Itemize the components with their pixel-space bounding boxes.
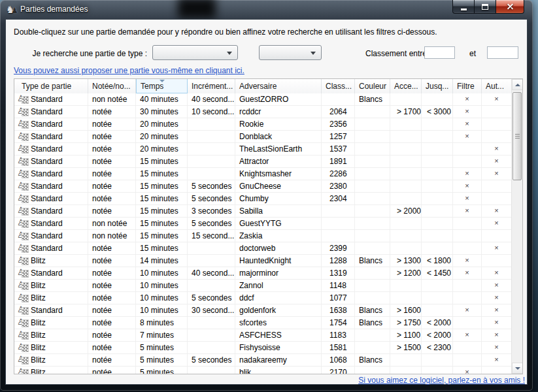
table-row[interactable]: ♙Blitznotée5 minutesblik2170× (14, 367, 522, 374)
cell-rated: notée (88, 280, 136, 292)
table-row[interactable]: ♙Standardnotée30 minutes10 second...rcdd… (14, 106, 522, 118)
column-header-type[interactable]: Type de partie (14, 79, 88, 93)
cell-increment: 5 secondes (188, 193, 235, 205)
cell-accept-from (390, 354, 422, 367)
cell-type: ♙Standard (14, 193, 88, 205)
rating-max-input[interactable] (487, 46, 518, 59)
cell-filter: × (453, 267, 482, 280)
column-header-rated[interactable]: Notée/no... (88, 79, 136, 93)
column-header-auto[interactable]: Aut... (482, 79, 512, 93)
cell-type: ♙Standard (14, 205, 88, 218)
cell-rated: notée (88, 342, 136, 354)
table-row[interactable]: ♙Standardnotée15 minutesKnightsmasher228… (14, 168, 522, 180)
game-type-text: Standard (31, 219, 63, 228)
share-link[interactable]: Si vous aimez ce logiciel, parlez-en à v… (358, 376, 525, 385)
table-row[interactable]: ♙Standardnotée10 minutes40 second...majo… (14, 267, 522, 280)
cell-color (355, 168, 390, 180)
table-row[interactable]: ♙Standardnotée20 minutesTheLastSionEarth… (14, 143, 522, 155)
chess-pawn-icon: ♙ (17, 293, 29, 303)
cell-rated: notée (88, 317, 136, 329)
table-row[interactable]: ♙Standardnotée15 minutes3 secondesSabill… (14, 205, 522, 218)
cell-type: ♙Blitz (14, 255, 88, 267)
cell-rating: 1257 (322, 131, 355, 143)
cell-rating: 1319 (322, 267, 355, 280)
column-header-accept-from[interactable]: Acce... (390, 79, 422, 93)
cell-auto: × (482, 292, 512, 304)
cell-increment: 3 secondes (188, 205, 235, 218)
chess-pawn-icon: ♙ (17, 281, 29, 291)
table-row[interactable]: ♙Blitznotée14 minutesHauntedKnight1288Bl… (14, 255, 522, 267)
table-row[interactable]: ♙Blitznotée10 minutes5 secondesddcf1077× (14, 292, 522, 304)
cell-accept-from (390, 218, 422, 230)
cell-auto: × (482, 168, 512, 180)
rating-min-input[interactable] (424, 46, 455, 59)
table-row[interactable]: ♙Blitznotée7 minutesASFCHESS1183> 1100< … (14, 329, 522, 342)
cell-type: ♙Standard (14, 155, 88, 168)
cell-accept-to (422, 367, 453, 374)
scroll-down-button[interactable] (512, 363, 523, 374)
column-header-accept-to[interactable]: Jusq... (422, 79, 453, 93)
minimize-button[interactable] (452, 0, 475, 14)
cell-accept-to (422, 205, 453, 218)
table-row[interactable]: ♙Standardnon notée15 minutes15 second...… (14, 230, 522, 242)
cell-opponent: rcddcr (235, 106, 322, 118)
table-row[interactable]: ♙Blitznotée8 minutessfcortes1754Blancs> … (14, 317, 522, 329)
table-row[interactable]: ♙Standardnotée15 minutesAttractor1891× (14, 155, 522, 168)
titlebar: ♞ ♟ Parties demandées (0, 0, 533, 19)
cell-color (355, 193, 390, 205)
table-row[interactable]: ♙Standardnotée10 minutes30 second...gold… (14, 304, 522, 317)
propose-game-link[interactable]: Vous pouvez aussi proposer une partie vo… (14, 66, 244, 75)
game-type-text: Blitz (31, 318, 46, 327)
column-header-time[interactable]: Temps (136, 79, 188, 93)
cell-rating (322, 205, 355, 218)
cell-type: ♙Standard (14, 267, 88, 280)
cell-time: 15 minutes (136, 205, 188, 218)
chess-pawn-icon: ♙ (17, 306, 29, 316)
close-button[interactable] (496, 0, 524, 14)
game-type-text: Standard (31, 132, 63, 141)
vertical-scrollbar[interactable] (511, 79, 522, 374)
cell-opponent: Fishysoisse (235, 342, 322, 354)
table-row[interactable]: ♙Standardnotée20 minutesRookie2356× (14, 118, 522, 131)
scrollbar-thumb[interactable] (513, 92, 522, 180)
cell-increment: 15 second... (188, 230, 235, 242)
game-type-text: Standard (31, 169, 63, 178)
game-type-text: Blitz (31, 355, 46, 365)
cell-rating: 2064 (322, 106, 355, 118)
cell-filter (453, 280, 482, 292)
chess-pawn-icon: ♙ (17, 269, 29, 278)
table-row[interactable]: ♙Standardnotée20 minutesDonblack1257× (14, 131, 522, 143)
cell-time: 5 minutes (136, 342, 188, 354)
table-row[interactable]: ♙Blitznotée10 minutesZannol1148× (14, 280, 522, 292)
column-header-opponent[interactable]: Adversaire (235, 79, 322, 93)
column-header-filter[interactable]: Filtre (453, 79, 482, 93)
cell-filter (453, 342, 482, 354)
chess-pawn-icon: ♙ (17, 318, 29, 328)
cell-opponent: GnuCheese (235, 180, 322, 193)
table-row[interactable]: ♙Standardnotée15 minutesdoctorweb2399× (14, 242, 522, 255)
table-row[interactable]: ♙Blitznotée5 minutesFishysoisse1581> 150… (14, 342, 522, 354)
table-row[interactable]: ♙Standardnon notée15 minutes5 secondesGu… (14, 218, 522, 230)
scroll-up-button[interactable] (512, 79, 523, 90)
cell-rating: 2304 (322, 193, 355, 205)
column-header-rating[interactable]: Class... (322, 79, 355, 93)
cell-accept-to: < 2000 (422, 317, 453, 329)
game-type-text: Standard (31, 194, 63, 203)
table-row[interactable]: ♙Standardnotée15 minutes5 secondesChumby… (14, 193, 522, 205)
cell-type: ♙Blitz (14, 329, 88, 342)
column-header-color[interactable]: Couleur (355, 79, 390, 93)
game-subtype-select[interactable] (259, 45, 322, 60)
cell-rated: notée (88, 304, 136, 317)
column-header-increment[interactable]: Incrément... (188, 79, 235, 93)
table-row[interactable]: ♙Blitznotée5 minutes5 secondesnadakareem… (14, 354, 522, 367)
cell-color (355, 292, 390, 304)
cell-opponent: HauntedKnight (235, 255, 322, 267)
cell-opponent: ASFCHESS (235, 329, 322, 342)
table-row[interactable]: ♙Standardnon notée40 minutes40 second...… (14, 93, 522, 106)
game-type-select[interactable] (152, 45, 238, 60)
cell-increment (188, 329, 235, 342)
cell-time: 10 minutes (136, 304, 188, 317)
maximize-button[interactable] (475, 0, 496, 14)
cell-accept-from: > 1100 (390, 329, 422, 342)
table-row[interactable]: ♙Standardnotée15 minutes5 secondesGnuChe… (14, 180, 522, 193)
